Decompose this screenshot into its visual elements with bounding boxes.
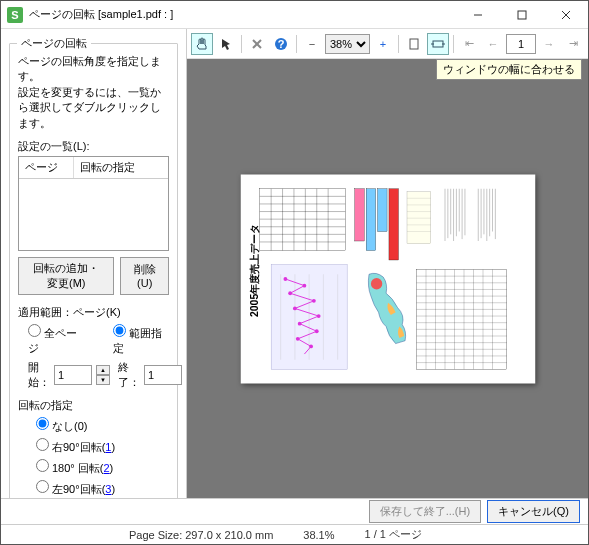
radio-left90[interactable]: 左90°回転(3) [36, 480, 169, 497]
description: ページの回転角度を指定します。 設定を変更するには、一覧から選択してダブルクリッ… [18, 54, 169, 131]
col-page: ページ [19, 157, 74, 178]
radio-all-pages[interactable]: 全ページ [28, 324, 85, 356]
hand-tool-icon[interactable] [191, 33, 213, 55]
first-page-icon[interactable]: ⇤ [458, 33, 480, 55]
rotation-group: ページの回転 ページの回転角度を指定します。 設定を変更するには、一覧から選択し… [9, 43, 178, 498]
status-zoom: 38.1% [303, 529, 334, 541]
prev-page-icon[interactable]: ← [482, 33, 504, 55]
window-title: ページの回転 [sample1.pdf : ] [29, 7, 456, 22]
minimize-button[interactable] [456, 1, 500, 29]
zoom-out-icon[interactable]: − [301, 33, 323, 55]
help-icon[interactable]: ? [270, 33, 292, 55]
save-exit-button[interactable]: 保存して終了...(H) [369, 500, 481, 523]
status-pagesize: Page Size: 297.0 x 210.0 mm [129, 529, 273, 541]
status-page: 1 / 1 ページ [365, 527, 422, 542]
rotation-label: 回転の指定 [18, 398, 169, 413]
radio-none[interactable]: なし(0) [36, 417, 169, 434]
svg-rect-27 [366, 188, 376, 250]
list-header: ページ 回転の指定 [19, 157, 168, 179]
settings-list[interactable]: ページ 回転の指定 [18, 156, 169, 251]
end-input[interactable] [144, 365, 182, 385]
start-input[interactable] [54, 365, 92, 385]
radio-range[interactable]: 範囲指定 [113, 324, 170, 356]
scope-label: 適用範囲：ページ(K) [18, 305, 169, 320]
start-up[interactable]: ▲ [96, 365, 110, 375]
preview-canvas[interactable]: 2005年度売上データ [187, 59, 588, 498]
app-icon: S [7, 7, 23, 23]
tooltip: ウィンドウの幅に合わせる [436, 59, 582, 80]
pdf-page: 2005年度売上データ [240, 174, 535, 383]
add-change-button[interactable]: 回転の追加・変更(M) [18, 257, 114, 295]
svg-rect-9 [433, 41, 443, 47]
zoom-select[interactable]: 38% [325, 34, 370, 54]
svg-rect-8 [410, 39, 418, 49]
svg-rect-29 [388, 188, 398, 259]
svg-rect-28 [377, 188, 387, 231]
svg-rect-53 [271, 264, 347, 369]
group-title: ページの回転 [17, 36, 91, 51]
cancel-tool-icon[interactable] [246, 33, 268, 55]
radio-right90[interactable]: 右90°回転(1) [36, 438, 169, 455]
settings-panel: ページの回転 ページの回転角度を指定します。 設定を変更するには、一覧から選択し… [1, 29, 186, 498]
svg-rect-30 [407, 191, 431, 243]
end-label: 終了： [118, 360, 140, 390]
svg-text:2005年度売上データ: 2005年度売上データ [248, 223, 259, 316]
preview-toolbar: ? − 38% + ⇤ ← → ⇥ ウィンドウの幅に合わせる [187, 29, 588, 59]
page-input[interactable] [506, 34, 536, 54]
start-label: 開始： [28, 360, 50, 390]
radio-180[interactable]: 180° 回転(2) [36, 459, 169, 476]
col-rotation: 回転の指定 [74, 157, 141, 178]
svg-text:?: ? [278, 38, 285, 50]
zoom-in-icon[interactable]: + [372, 33, 394, 55]
list-label: 設定の一覧(L): [18, 139, 169, 154]
svg-rect-1 [518, 11, 526, 19]
pointer-tool-icon[interactable] [215, 33, 237, 55]
fit-page-icon[interactable] [403, 33, 425, 55]
next-page-icon[interactable]: → [538, 33, 560, 55]
svg-rect-26 [354, 188, 364, 240]
last-page-icon[interactable]: ⇥ [562, 33, 584, 55]
dialog-footer: 保存して終了...(H) キャンセル(Q) [1, 498, 588, 524]
cancel-button[interactable]: キャンセル(Q) [487, 500, 580, 523]
close-button[interactable] [544, 1, 588, 29]
fit-width-icon[interactable] [427, 33, 449, 55]
preview-area: ? − 38% + ⇤ ← → ⇥ ウィンドウの幅に合わせる [186, 29, 588, 498]
titlebar: S ページの回転 [sample1.pdf : ] [1, 1, 588, 29]
status-bar: Page Size: 297.0 x 210.0 mm 38.1% 1 / 1 … [1, 524, 588, 544]
maximize-button[interactable] [500, 1, 544, 29]
start-down[interactable]: ▼ [96, 375, 110, 385]
svg-rect-70 [416, 269, 506, 369]
delete-button[interactable]: 削除(U) [120, 257, 169, 295]
